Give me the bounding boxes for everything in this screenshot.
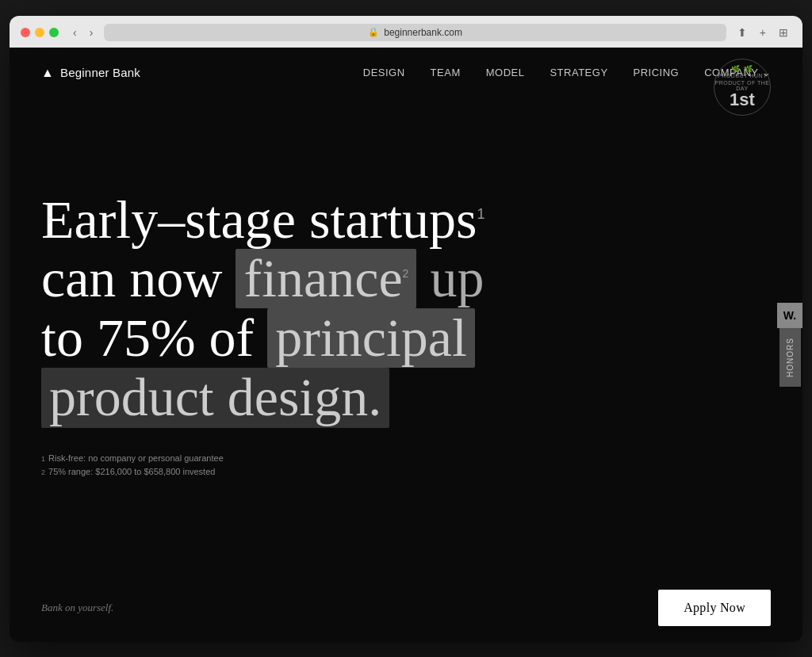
product-hunt-badge: 🌿 🌿 PRODUCT HUNT Product of the day 1st (714, 59, 771, 116)
logo[interactable]: ▲ Beginner Bank (41, 66, 140, 80)
minimize-button[interactable] (35, 28, 44, 37)
nav-link-team[interactable]: TEAM (431, 67, 461, 78)
side-panel-honors-label: Honors (779, 328, 801, 387)
logo-text: Beginner Bank (60, 66, 140, 79)
address-bar[interactable]: 🔒 beginnerbank.com (104, 24, 726, 41)
new-tab-button[interactable]: + (756, 25, 769, 40)
nav-links: DESIGN TEAM MODEL STRATEGY PRICING COMPA… (363, 67, 771, 78)
nav-link-strategy[interactable]: STRATEGY (550, 67, 607, 78)
browser-actions: ⬆ + ⊞ (734, 25, 791, 40)
hero-section: Early–stage startups1 can now finance2 u… (10, 98, 802, 574)
website: ▲ Beginner Bank DESIGN TEAM MODEL STRATE… (10, 48, 802, 642)
side-panel: W. Honors (777, 303, 802, 387)
logo-icon: ▲ (41, 66, 54, 80)
forward-button[interactable]: › (86, 25, 97, 40)
navigation: ▲ Beginner Bank DESIGN TEAM MODEL STRATE… (10, 48, 802, 98)
nav-link-model[interactable]: MODEL (486, 67, 525, 78)
side-panel-w-label: W. (777, 303, 802, 328)
lock-icon: 🔒 (368, 27, 379, 37)
footer-bar: Bank on yourself. Apply Now (10, 574, 802, 642)
badge-number: 1st (714, 91, 770, 109)
url-text: beginnerbank.com (384, 27, 462, 38)
back-button[interactable]: ‹ (70, 25, 80, 40)
browser-chrome: ‹ › 🔒 beginnerbank.com ⬆ + ⊞ (10, 16, 802, 48)
footnote-1: 1 Risk-free: no company or personal guar… (41, 452, 771, 466)
hero-footnotes: 1 Risk-free: no company or personal guar… (41, 452, 771, 479)
grid-button[interactable]: ⊞ (776, 25, 791, 40)
nav-link-design[interactable]: DESIGN (363, 67, 405, 78)
hero-headline: Early–stage startups1 can now finance2 u… (41, 192, 580, 428)
browser-window: ‹ › 🔒 beginnerbank.com ⬆ + ⊞ ▲ Beginner … (10, 16, 802, 642)
nav-link-pricing[interactable]: PRICING (634, 67, 680, 78)
browser-controls: ‹ › (70, 25, 96, 40)
traffic-lights (21, 28, 59, 37)
badge-top-text: PRODUCT HUNT (714, 73, 770, 78)
footnote-2: 2 75% range: $216,000 to $658,800 invest… (41, 465, 771, 479)
share-button[interactable]: ⬆ (734, 25, 750, 40)
apply-now-button[interactable]: Apply Now (658, 590, 771, 626)
tagline: Bank on yourself. (41, 602, 113, 614)
close-button[interactable] (21, 28, 30, 37)
maximize-button[interactable] (49, 28, 59, 37)
